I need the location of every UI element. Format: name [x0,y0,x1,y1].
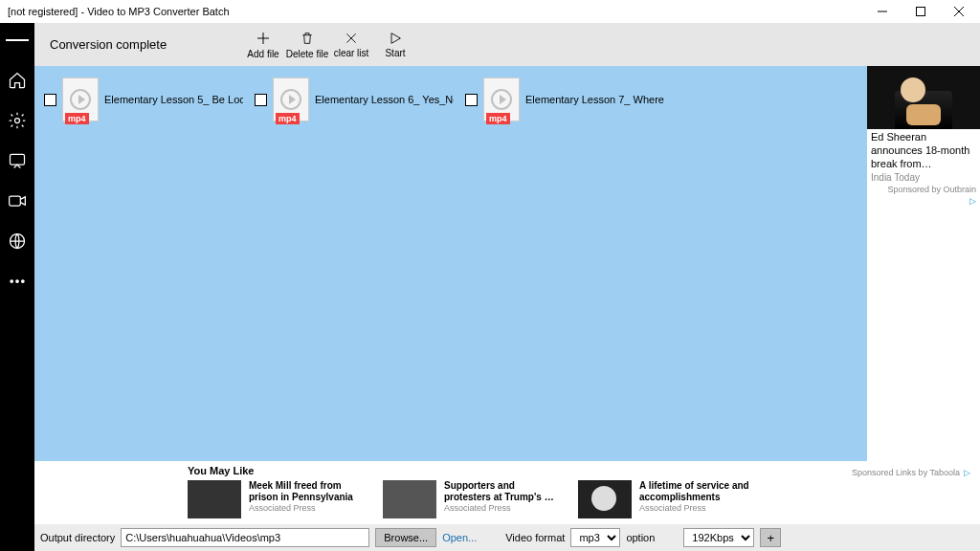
file-thumbnail: mp4 [483,77,520,121]
ad-item[interactable]: Meek Mill freed from prison in Pennsylva… [188,480,360,518]
status-text: Conversion complete [50,37,241,52]
file-list: mp4 Elementary Lesson 5_ Be Loca mp4 Ele… [34,66,867,461]
maximize-button[interactable] [902,0,940,23]
more-icon[interactable] [6,270,29,293]
format-select[interactable]: mp3 [570,528,620,547]
ad-sponsor: Sponsored by Outbrain [867,183,980,196]
bottom-bar: Output directory Browse... Open... Video… [34,524,980,551]
minimize-button[interactable] [863,0,902,23]
file-item[interactable]: mp4 Elementary Lesson 5_ Be Loca [44,77,243,121]
file-name: Elementary Lesson 7_ Where Q [525,94,664,105]
globe-icon[interactable] [6,230,29,253]
video-format-label: Video format [505,532,565,543]
add-option-button[interactable]: + [760,528,781,547]
checkbox[interactable] [44,94,56,106]
ad-thumb [383,480,436,518]
svg-point-4 [15,119,20,123]
open-link[interactable]: Open... [442,532,477,543]
ad-item[interactable]: Supporters and protesters at Trump's …As… [383,480,555,518]
output-path-input[interactable] [121,528,369,547]
title-bar: [not registered] - Video to MP3 Converte… [0,0,980,23]
window-title: [not registered] - Video to MP3 Converte… [8,6,230,17]
start-button[interactable]: Start [373,30,417,59]
file-item[interactable]: mp4 Elementary Lesson 6_ Yes_No Q [255,77,454,121]
svg-rect-5 [11,154,25,165]
menu-icon[interactable] [6,29,29,52]
bitrate-select[interactable]: 192Kbps [683,528,754,547]
delete-file-button[interactable]: Delete file [285,30,329,59]
svg-point-8 [11,280,12,283]
file-name: Elementary Lesson 6_ Yes_No Q [315,94,454,105]
ad-image[interactable] [867,66,980,129]
ad-thumb [188,480,241,518]
clear-list-button[interactable]: clear list [329,30,373,59]
bottom-ads: You May Like Sponsored Links by Taboola▷… [34,461,980,524]
toolbar: Conversion complete Add file Delete file… [34,23,980,66]
option-label: option [626,532,655,543]
browse-button[interactable]: Browse... [375,528,436,547]
svg-rect-6 [10,196,21,206]
svg-point-10 [22,280,25,283]
file-item[interactable]: mp4 Elementary Lesson 7_ Where Q [465,77,664,121]
ad-source: India Today [867,172,980,183]
checkbox[interactable] [255,94,267,106]
file-thumbnail: mp4 [62,77,99,121]
side-ad-panel: Ed Sheeran announces 18-month break from… [867,66,980,461]
sidebar [0,23,34,551]
home-icon[interactable] [6,69,29,92]
feedback-icon[interactable] [6,149,29,172]
settings-icon[interactable] [6,109,29,132]
file-thumbnail: mp4 [273,77,309,121]
add-file-button[interactable]: Add file [241,30,285,59]
ads-heading: You May Like [188,465,254,476]
ad-title[interactable]: Ed Sheeran announces 18-month break from… [867,129,980,172]
ad-thumb [578,480,632,518]
svg-rect-1 [917,8,925,16]
file-name: Elementary Lesson 5_ Be Loca [104,94,243,105]
video-icon[interactable] [6,189,29,212]
output-dir-label: Output directory [40,532,115,543]
ad-choices-icon[interactable]: ▷ [867,196,980,206]
ad-item[interactable]: A lifetime of service and accomplishment… [578,480,750,518]
close-button[interactable] [940,0,978,23]
ads-sponsor[interactable]: Sponsored Links by Taboola▷ [852,468,970,477]
checkbox[interactable] [465,94,478,106]
svg-point-9 [16,280,19,283]
